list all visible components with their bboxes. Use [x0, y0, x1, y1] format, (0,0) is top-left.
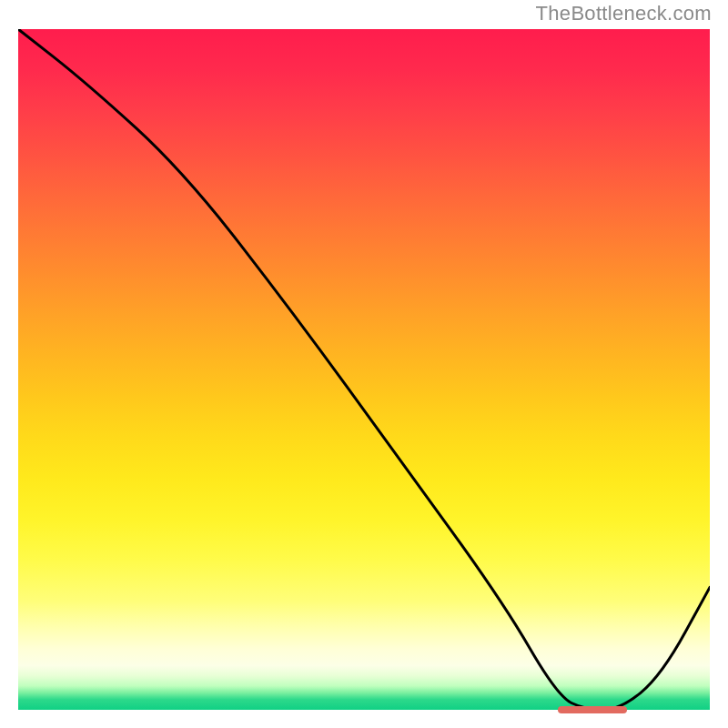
chart-curve — [18, 29, 710, 710]
chart-plot-area — [18, 29, 710, 710]
chart-curve-layer — [18, 29, 710, 710]
chart-highlight-segment — [558, 706, 627, 713]
attribution-text: TheBottleneck.com — [536, 2, 712, 25]
